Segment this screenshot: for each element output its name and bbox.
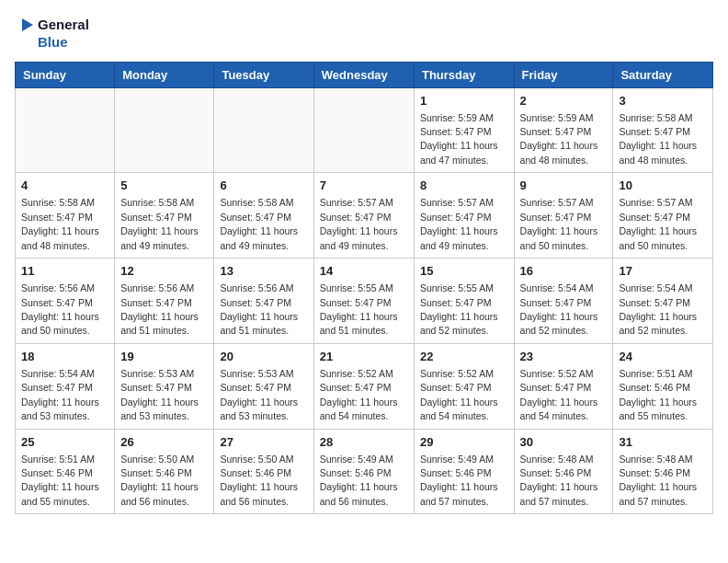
day-cell: 31Sunrise: 5:48 AM Sunset: 5:46 PM Dayli… bbox=[613, 429, 713, 514]
day-info: Sunrise: 5:59 AM Sunset: 5:47 PM Dayligh… bbox=[420, 112, 498, 166]
day-cell: 28Sunrise: 5:49 AM Sunset: 5:46 PM Dayli… bbox=[313, 429, 414, 514]
day-cell bbox=[313, 87, 414, 173]
day-number: 24 bbox=[619, 349, 707, 365]
day-number: 19 bbox=[120, 349, 208, 365]
weekday-header-row: SundayMondayTuesdayWednesdayThursdayFrid… bbox=[16, 62, 713, 87]
day-number: 15 bbox=[420, 263, 508, 280]
day-number: 29 bbox=[420, 434, 508, 451]
day-number: 6 bbox=[220, 178, 307, 194]
day-info: Sunrise: 5:52 AM Sunset: 5:47 PM Dayligh… bbox=[420, 368, 498, 421]
logo-blue: Blue bbox=[15, 35, 68, 51]
day-info: Sunrise: 5:49 AM Sunset: 5:46 PM Dayligh… bbox=[420, 454, 498, 507]
weekday-header-monday: Monday bbox=[115, 62, 214, 87]
day-info: Sunrise: 5:58 AM Sunset: 5:47 PM Dayligh… bbox=[220, 197, 298, 250]
day-info: Sunrise: 5:55 AM Sunset: 5:47 PM Dayligh… bbox=[320, 282, 398, 336]
day-number: 27 bbox=[220, 434, 307, 451]
day-cell: 23Sunrise: 5:52 AM Sunset: 5:47 PM Dayli… bbox=[514, 343, 613, 429]
weekday-header-wednesday: Wednesday bbox=[313, 62, 414, 87]
day-info: Sunrise: 5:54 AM Sunset: 5:47 PM Dayligh… bbox=[619, 282, 697, 336]
day-cell: 26Sunrise: 5:50 AM Sunset: 5:46 PM Dayli… bbox=[115, 429, 214, 514]
day-info: Sunrise: 5:58 AM Sunset: 5:47 PM Dayligh… bbox=[619, 112, 697, 166]
day-number: 20 bbox=[220, 349, 307, 365]
day-cell: 10Sunrise: 5:57 AM Sunset: 5:47 PM Dayli… bbox=[613, 173, 713, 259]
day-cell bbox=[214, 87, 313, 173]
weekday-header-tuesday: Tuesday bbox=[214, 62, 313, 87]
day-info: Sunrise: 5:50 AM Sunset: 5:46 PM Dayligh… bbox=[120, 454, 199, 507]
day-number: 3 bbox=[619, 93, 707, 109]
day-number: 17 bbox=[619, 263, 707, 280]
day-number: 26 bbox=[120, 434, 208, 451]
week-row-3: 11Sunrise: 5:56 AM Sunset: 5:47 PM Dayli… bbox=[16, 259, 713, 344]
day-cell bbox=[16, 87, 115, 173]
day-info: Sunrise: 5:51 AM Sunset: 5:46 PM Dayligh… bbox=[21, 454, 99, 507]
day-number: 30 bbox=[520, 434, 608, 451]
day-number: 18 bbox=[21, 349, 108, 365]
day-cell: 19Sunrise: 5:53 AM Sunset: 5:47 PM Dayli… bbox=[115, 343, 214, 429]
day-info: Sunrise: 5:49 AM Sunset: 5:46 PM Dayligh… bbox=[320, 454, 398, 507]
day-number: 1 bbox=[420, 93, 508, 109]
day-cell: 11Sunrise: 5:56 AM Sunset: 5:47 PM Dayli… bbox=[16, 259, 115, 344]
day-info: Sunrise: 5:53 AM Sunset: 5:47 PM Dayligh… bbox=[220, 368, 298, 421]
day-cell: 3Sunrise: 5:58 AM Sunset: 5:47 PM Daylig… bbox=[613, 87, 713, 173]
day-cell: 2Sunrise: 5:59 AM Sunset: 5:47 PM Daylig… bbox=[514, 87, 613, 173]
day-number: 28 bbox=[320, 434, 408, 451]
weekday-header-saturday: Saturday bbox=[613, 62, 713, 87]
day-info: Sunrise: 5:54 AM Sunset: 5:47 PM Dayligh… bbox=[21, 368, 99, 421]
day-cell: 7Sunrise: 5:57 AM Sunset: 5:47 PM Daylig… bbox=[313, 173, 414, 259]
day-info: Sunrise: 5:56 AM Sunset: 5:47 PM Dayligh… bbox=[120, 282, 199, 336]
day-cell: 6Sunrise: 5:58 AM Sunset: 5:47 PM Daylig… bbox=[214, 173, 313, 259]
day-info: Sunrise: 5:57 AM Sunset: 5:47 PM Dayligh… bbox=[420, 197, 498, 250]
logo: General Blue bbox=[15, 15, 89, 51]
week-row-5: 25Sunrise: 5:51 AM Sunset: 5:46 PM Dayli… bbox=[16, 429, 713, 514]
day-info: Sunrise: 5:57 AM Sunset: 5:47 PM Dayligh… bbox=[619, 197, 697, 250]
day-number: 16 bbox=[520, 263, 608, 280]
week-row-2: 4Sunrise: 5:58 AM Sunset: 5:47 PM Daylig… bbox=[16, 173, 713, 259]
day-cell: 9Sunrise: 5:57 AM Sunset: 5:47 PM Daylig… bbox=[514, 173, 613, 259]
day-cell: 1Sunrise: 5:59 AM Sunset: 5:47 PM Daylig… bbox=[414, 87, 514, 173]
day-number: 13 bbox=[220, 263, 307, 280]
day-cell: 30Sunrise: 5:48 AM Sunset: 5:46 PM Dayli… bbox=[514, 429, 613, 514]
day-cell: 16Sunrise: 5:54 AM Sunset: 5:47 PM Dayli… bbox=[514, 259, 613, 344]
logo-text: General Blue bbox=[15, 15, 89, 51]
weekday-header-sunday: Sunday bbox=[16, 62, 115, 87]
day-number: 4 bbox=[21, 178, 108, 194]
day-info: Sunrise: 5:56 AM Sunset: 5:47 PM Dayligh… bbox=[21, 282, 99, 336]
day-info: Sunrise: 5:54 AM Sunset: 5:47 PM Dayligh… bbox=[520, 282, 598, 336]
day-info: Sunrise: 5:57 AM Sunset: 5:47 PM Dayligh… bbox=[320, 197, 398, 250]
day-info: Sunrise: 5:57 AM Sunset: 5:47 PM Dayligh… bbox=[520, 197, 598, 250]
day-info: Sunrise: 5:56 AM Sunset: 5:47 PM Dayligh… bbox=[220, 282, 298, 336]
page-header: General Blue bbox=[15, 15, 713, 51]
day-number: 8 bbox=[420, 178, 508, 194]
svg-marker-0 bbox=[22, 18, 33, 31]
day-number: 12 bbox=[120, 263, 208, 280]
day-info: Sunrise: 5:55 AM Sunset: 5:47 PM Dayligh… bbox=[420, 282, 498, 336]
day-info: Sunrise: 5:50 AM Sunset: 5:46 PM Dayligh… bbox=[220, 454, 298, 507]
day-number: 10 bbox=[619, 178, 707, 194]
logo-triangle-icon bbox=[15, 15, 35, 35]
day-cell: 18Sunrise: 5:54 AM Sunset: 5:47 PM Dayli… bbox=[16, 343, 115, 429]
day-cell: 12Sunrise: 5:56 AM Sunset: 5:47 PM Dayli… bbox=[115, 259, 214, 344]
day-number: 21 bbox=[320, 349, 408, 365]
day-info: Sunrise: 5:53 AM Sunset: 5:47 PM Dayligh… bbox=[120, 368, 199, 421]
day-cell: 25Sunrise: 5:51 AM Sunset: 5:46 PM Dayli… bbox=[16, 429, 115, 514]
day-info: Sunrise: 5:51 AM Sunset: 5:46 PM Dayligh… bbox=[619, 368, 697, 421]
day-info: Sunrise: 5:58 AM Sunset: 5:47 PM Dayligh… bbox=[21, 197, 99, 250]
day-info: Sunrise: 5:52 AM Sunset: 5:47 PM Dayligh… bbox=[520, 368, 598, 421]
day-cell: 14Sunrise: 5:55 AM Sunset: 5:47 PM Dayli… bbox=[313, 259, 414, 344]
day-info: Sunrise: 5:58 AM Sunset: 5:47 PM Dayligh… bbox=[120, 197, 199, 250]
day-cell: 27Sunrise: 5:50 AM Sunset: 5:46 PM Dayli… bbox=[214, 429, 313, 514]
day-cell: 8Sunrise: 5:57 AM Sunset: 5:47 PM Daylig… bbox=[414, 173, 514, 259]
calendar-table: SundayMondayTuesdayWednesdayThursdayFrid… bbox=[15, 62, 713, 515]
day-info: Sunrise: 5:48 AM Sunset: 5:46 PM Dayligh… bbox=[520, 454, 598, 507]
day-number: 25 bbox=[21, 434, 108, 451]
day-cell: 22Sunrise: 5:52 AM Sunset: 5:47 PM Dayli… bbox=[414, 343, 514, 429]
day-cell: 4Sunrise: 5:58 AM Sunset: 5:47 PM Daylig… bbox=[16, 173, 115, 259]
day-number: 22 bbox=[420, 349, 508, 365]
day-cell: 17Sunrise: 5:54 AM Sunset: 5:47 PM Dayli… bbox=[613, 259, 713, 344]
day-cell: 21Sunrise: 5:52 AM Sunset: 5:47 PM Dayli… bbox=[313, 343, 414, 429]
day-info: Sunrise: 5:52 AM Sunset: 5:47 PM Dayligh… bbox=[320, 368, 398, 421]
day-number: 31 bbox=[619, 434, 707, 451]
day-number: 23 bbox=[520, 349, 608, 365]
day-number: 2 bbox=[520, 93, 608, 109]
day-cell: 15Sunrise: 5:55 AM Sunset: 5:47 PM Dayli… bbox=[414, 259, 514, 344]
